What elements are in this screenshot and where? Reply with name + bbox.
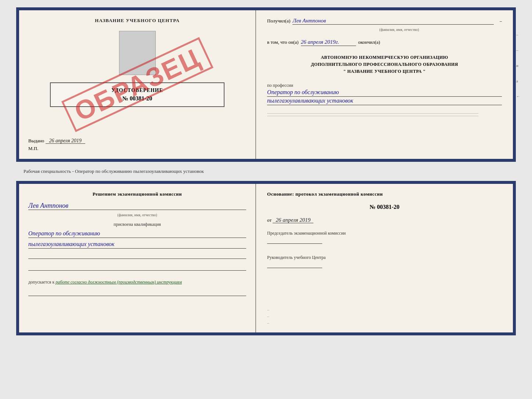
- director-sign-line: [267, 268, 322, 268]
- fio-sub-top: (фамилия, имя, отчество): [296, 28, 502, 32]
- org-line2: ДОПОЛНИТЕЛЬНОГО ПРОФЕССИОНАЛЬНОГО ОБРАЗО…: [267, 61, 502, 68]
- sign-section: Председатель экзаменационной комиссии Ру…: [267, 231, 502, 268]
- trailing-lines-bottom: – – –: [267, 307, 502, 325]
- protocol-date-prefix: от: [267, 217, 272, 223]
- cert-title: УДОСТОВЕРЕНИЕ: [58, 88, 216, 93]
- profession-line2: пылегазоулавливающих установок: [267, 97, 502, 105]
- profession-block: по профессии Оператор по обслуживанию пы…: [267, 83, 502, 105]
- top-doc-left: НАЗВАНИЕ УЧЕБНОГО ЦЕНТРА УДОСТОВЕРЕНИЕ №…: [19, 10, 256, 159]
- decision-text: Решением экзаменационной комиссии: [28, 191, 246, 197]
- blank-line-1: [28, 253, 246, 259]
- trailing-lines-top: [267, 113, 502, 116]
- blank-line-2: [28, 265, 246, 271]
- side-mark-arrow: ←: [516, 94, 520, 99]
- admit-text: допускается к работе согласно должностны…: [28, 279, 246, 285]
- chairman-label: Председатель экзаменационной комиссии: [267, 231, 502, 236]
- fact-date: 26 апреля 2019г.: [301, 39, 356, 46]
- issued-label: Выдано: [28, 138, 44, 143]
- blank-line-admit: [28, 290, 246, 296]
- bottom-document: Решением экзаменационной комиссии Лев Ан…: [16, 181, 516, 335]
- director-section: Руководитель учебного Центра: [267, 255, 502, 268]
- mp-label: М.П.: [28, 146, 246, 152]
- issued-line: Выдано 26 апреля 2019: [28, 138, 246, 144]
- person-name: Лев Антпонов: [28, 202, 246, 210]
- fio-sub-bottom: (фамилия, имя, отчество): [28, 213, 246, 217]
- admit-value: работе согласно должностным (производств…: [55, 279, 182, 285]
- org-quote: " НАЗВАНИЕ УЧЕБНОГО ЦЕНТРА ": [267, 68, 502, 75]
- profession-label: по профессии: [267, 83, 502, 88]
- received-label: Получил(а): [267, 18, 290, 24]
- basis-text: Основание: протокол экзаменационной коми…: [267, 191, 502, 197]
- admit-label: допускается к: [28, 279, 54, 285]
- between-label: Рабочая специальность - Оператор по обсл…: [16, 165, 516, 177]
- protocol-date: от 26 апреля 2019: [267, 217, 502, 223]
- protocol-date-value: 26 апреля 2019: [273, 217, 313, 223]
- fact-suffix: окончил(а): [358, 39, 380, 45]
- org-block: АВТОНОМНУЮ НЕКОММЕРЧЕСКУЮ ОРГАНИЗАЦИЮ ДО…: [267, 54, 502, 75]
- qual-line2: пылегазоулавливающих установок: [28, 241, 246, 249]
- org-line1: АВТОНОМНУЮ НЕКОММЕРЧЕСКУЮ ОРГАНИЗАЦИЮ: [267, 54, 502, 61]
- fact-label: в том, что он(а): [267, 39, 299, 45]
- qual-line1: Оператор по обслуживанию: [28, 230, 246, 238]
- bottom-doc-left: Решением экзаменационной комиссии Лев Ан…: [19, 184, 256, 332]
- cert-number: № 00381-20: [58, 95, 216, 102]
- fact-line: в том, что он(а) 26 апреля 2019г. окончи…: [267, 39, 502, 46]
- profession-line1: Оператор по обслуживанию: [267, 89, 502, 97]
- director-label: Руководитель учебного Центра: [267, 255, 502, 260]
- top-document: НАЗВАНИЕ УЧЕБНОГО ЦЕНТРА УДОСТОВЕРЕНИЕ №…: [16, 7, 516, 162]
- qual-label: присвоена квалификация: [28, 222, 246, 227]
- issued-date: 26 апреля 2019: [46, 138, 85, 144]
- side-marks-top: – – и а ←: [516, 32, 520, 99]
- side-mark-a: а: [516, 79, 520, 83]
- protocol-number: № 00381-20: [267, 204, 502, 210]
- bottom-doc-right: Основание: протокол экзаменационной коми…: [256, 184, 513, 332]
- top-left-title: НАЗВАНИЕ УЧЕБНОГО ЦЕНТРА: [95, 18, 180, 24]
- top-doc-right: Получил(а) Лев Антпонов – (фамилия, имя,…: [256, 10, 513, 159]
- chairman-section: Председатель экзаменационной комиссии: [267, 231, 502, 244]
- received-line: Получил(а) Лев Антпонов –: [267, 18, 502, 25]
- chairman-sign-line: [267, 243, 322, 244]
- side-mark-i: и: [516, 63, 520, 68]
- certificate-box: УДОСТОВЕРЕНИЕ № 00381-20: [50, 82, 224, 107]
- photo-placeholder: [119, 31, 156, 75]
- received-name: Лев Антпонов: [292, 18, 494, 25]
